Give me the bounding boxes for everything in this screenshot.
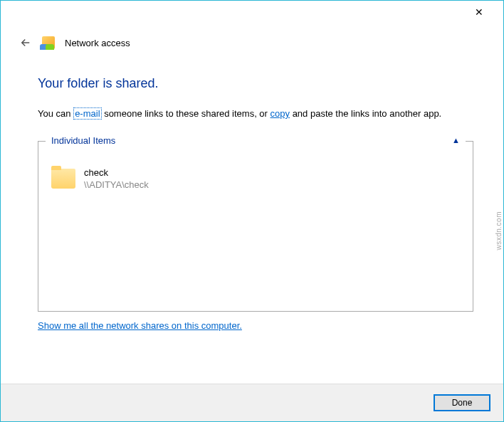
folder-icon (51, 169, 75, 189)
network-access-icon (42, 36, 55, 49)
item-text: check \\ADITYA\check (84, 167, 149, 190)
close-button[interactable]: ✕ (465, 2, 493, 22)
instruction-pre: You can (38, 108, 73, 119)
bottom-link-row: Show me all the network shares on this c… (38, 320, 473, 331)
titlebar: ✕ (1, 1, 503, 23)
header: Network access (1, 23, 503, 55)
content-area: Your folder is shared. You can e-mail so… (1, 55, 503, 384)
main-heading: Your folder is shared. (38, 76, 473, 91)
item-name: check (84, 167, 149, 178)
instruction-text: You can e-mail someone links to these sh… (38, 107, 473, 121)
collapse-chevron-icon[interactable]: ▲ (449, 136, 463, 144)
instruction-mid: someone links to these shared items, or (102, 108, 271, 119)
done-button[interactable]: Done (434, 394, 490, 411)
copy-link[interactable]: copy (271, 108, 290, 119)
page-title: Network access (65, 38, 130, 48)
email-link[interactable]: e-mail (73, 107, 101, 120)
group-legend: Individual Items ▲ (46, 135, 466, 146)
show-all-shares-link[interactable]: Show me all the network shares on this c… (38, 320, 242, 331)
individual-items-group: Individual Items ▲ check \\ADITYA\check (38, 141, 473, 312)
item-path: \\ADITYA\check (84, 179, 149, 190)
back-arrow-icon[interactable] (19, 36, 32, 49)
footer: Done (1, 384, 503, 421)
group-legend-text: Individual Items (48, 135, 118, 146)
shared-item-row[interactable]: check \\ADITYA\check (48, 157, 463, 200)
instruction-post: and paste the links into another app. (290, 108, 441, 119)
